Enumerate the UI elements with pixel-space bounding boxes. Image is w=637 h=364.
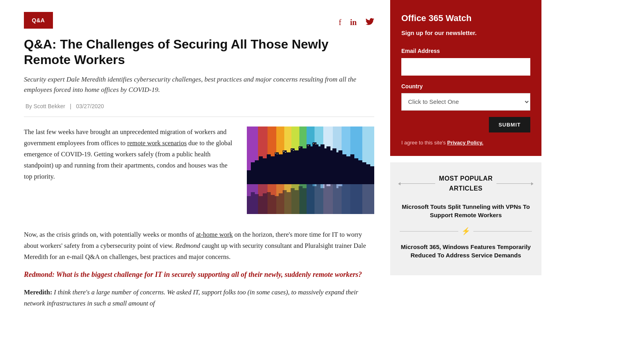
sidebar: Office 365 Watch Sign up for our newslet…	[390, 0, 541, 364]
email-input[interactable]	[401, 58, 530, 76]
svg-rect-32	[275, 153, 276, 154]
remote-work-link[interactable]: remote work scenarios	[127, 139, 187, 147]
divider-line-left	[400, 231, 458, 232]
email-form-group: Email Address	[401, 47, 530, 75]
social-row: f in	[339, 12, 374, 29]
popular-article-1: Microsoft Touts Split Tunneling with VPN…	[400, 202, 532, 219]
linkedin-icon[interactable]: in	[350, 16, 357, 29]
signup-text: Sign up for our newsletter.	[401, 28, 530, 38]
bolt-icon: ⚡	[461, 226, 470, 237]
facebook-icon[interactable]: f	[339, 16, 342, 29]
svg-rect-36	[291, 149, 292, 150]
question-block-1: Redmond: What is the biggest challenge f…	[24, 270, 374, 309]
svg-rect-34	[283, 151, 284, 152]
at-home-work-link[interactable]: at-home work	[196, 231, 233, 238]
main-content: Q&A f in Q&A: The Challenges of Securing…	[0, 0, 390, 364]
privacy-policy-link[interactable]: Privacy Policy.	[447, 140, 483, 146]
article-body: The last few weeks have brought an unpre…	[24, 127, 374, 309]
top-bar: Q&A f in	[24, 12, 374, 37]
svg-rect-37	[293, 150, 294, 151]
question-1: Redmond: What is the biggest challenge f…	[24, 270, 374, 280]
svg-rect-33	[277, 154, 277, 154]
author: By Scott Bekker	[25, 103, 65, 109]
privacy-text: I agree to this site's Privacy Policy.	[401, 139, 530, 147]
popular-title: MOST POPULARARTICLES	[439, 173, 493, 194]
svg-rect-40	[313, 143, 314, 144]
popular-box: MOST POPULARARTICLES Microsoft Touts Spl…	[390, 162, 541, 275]
decorative-line-right	[496, 183, 532, 184]
svg-rect-39	[308, 145, 309, 146]
decorative-line-left	[400, 183, 435, 184]
svg-rect-35	[285, 152, 286, 153]
email-label: Email Address	[401, 47, 530, 55]
svg-rect-41	[315, 144, 316, 144]
popular-divider: ⚡	[400, 226, 532, 237]
country-select[interactable]: Click to Select One	[401, 93, 530, 111]
country-label: Country	[401, 82, 530, 91]
svg-rect-38	[299, 147, 300, 148]
popular-article-2: Microsoft 365, Windows Features Temporar…	[400, 243, 532, 259]
article-image	[247, 127, 374, 214]
article-subtitle: Security expert Dale Meredith identifies…	[24, 74, 366, 95]
popular-article-title-2[interactable]: Microsoft 365, Windows Features Temporar…	[400, 243, 532, 259]
newsletter-box: Office 365 Watch Sign up for our newslet…	[390, 0, 541, 156]
tag-badge: Q&A	[24, 12, 53, 29]
publish-date: 03/27/2020	[76, 103, 104, 109]
divider-line-right	[473, 231, 532, 232]
popular-header: MOST POPULARARTICLES	[400, 173, 532, 194]
submit-row: SUBMIT	[401, 117, 530, 132]
meta-divider: |	[70, 103, 73, 109]
article-title: Q&A: The Challenges of Securing All Thos…	[24, 37, 366, 67]
country-form-group: Country Click to Select One	[401, 82, 530, 111]
body-paragraph-2: Now, as the crisis grinds on, with poten…	[24, 229, 374, 263]
article-meta: By Scott Bekker | 03/27/2020	[24, 102, 374, 117]
newsletter-title: Office 365 Watch	[401, 11, 530, 25]
popular-article-title-1[interactable]: Microsoft Touts Split Tunneling with VPN…	[400, 202, 532, 219]
submit-button[interactable]: SUBMIT	[489, 117, 530, 132]
answer-1: Meredith: I think there's a large number…	[24, 287, 374, 309]
twitter-icon[interactable]	[365, 16, 374, 29]
